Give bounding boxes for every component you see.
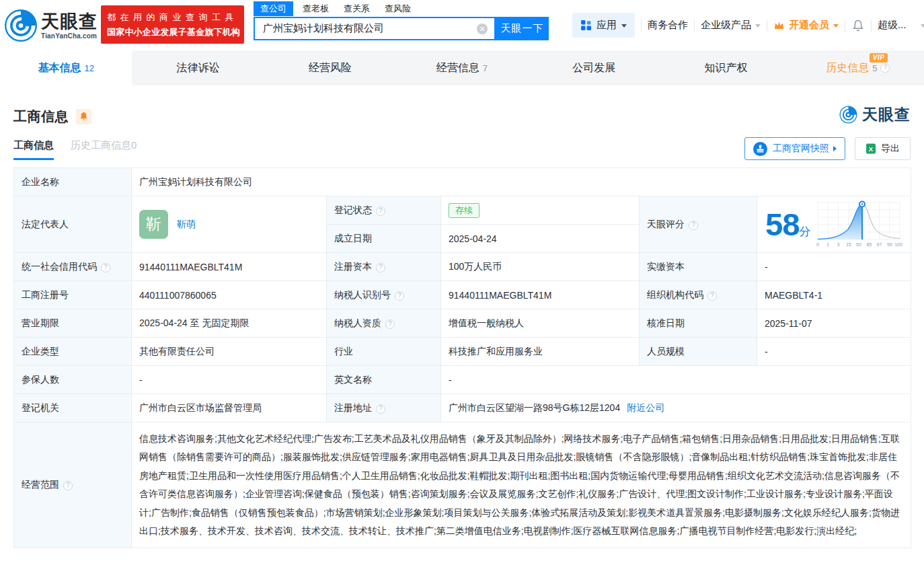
tab-development[interactable]: 公司发展 xyxy=(528,50,660,85)
help-icon[interactable] xyxy=(101,263,110,272)
taxpayer-id-value: 91440111MAEGBLT41M xyxy=(441,281,640,309)
reg-capital-value: 100万人民币 xyxy=(441,253,640,281)
help-icon[interactable] xyxy=(707,291,717,301)
slogan-badge: 都在用的商业查询工具 国家中小企业发展子基金旗下机构 xyxy=(101,5,244,44)
avatar[interactable]: 靳 xyxy=(139,210,168,239)
clear-search-icon[interactable]: ✕ xyxy=(477,24,488,34)
search-tab-risk[interactable]: 查风险 xyxy=(385,3,411,15)
svg-text:3: 3 xyxy=(837,242,840,247)
help-icon[interactable] xyxy=(63,481,73,490)
english-name-value: - xyxy=(441,366,911,394)
reg-status-value: 存续 xyxy=(441,196,640,225)
subscribe-bell[interactable] xyxy=(76,109,91,124)
table-row: 营业期限 2025-04-24 至 无固定期限 纳税人资质 增值税一般纳税人 核… xyxy=(14,309,911,338)
tab-operation[interactable]: 经营信息7 xyxy=(396,50,528,85)
subtab-history-business-info[interactable]: 历史工商信息0 xyxy=(71,139,137,160)
help-icon[interactable] xyxy=(395,291,404,301)
org-code-value: MAEGBLT4-1 xyxy=(757,281,911,309)
table-row: 参保人数 - 英文名称 - xyxy=(14,366,911,394)
svg-text:50: 50 xyxy=(856,242,861,247)
slogan-line1: 都在用的商业查询工具 xyxy=(107,10,238,25)
insured-count-label: 参保人数 xyxy=(14,366,132,394)
svg-text:0: 0 xyxy=(816,242,819,247)
chevron-down-icon xyxy=(833,24,839,28)
staff-size-value: - xyxy=(757,338,911,366)
status-badge: 存续 xyxy=(449,203,479,218)
apps-label: 应用 xyxy=(596,19,617,32)
company-type-value: 其他有限责任公司 xyxy=(132,338,327,366)
credit-code-label: 统一社会信用代码 xyxy=(14,253,132,281)
tab-ip[interactable]: 知识产权 xyxy=(660,50,792,85)
help-icon[interactable] xyxy=(376,404,385,414)
logo-subtitle: TianYanCha.com xyxy=(41,32,98,40)
term-value: 2025-04-24 至 无固定期限 xyxy=(132,309,327,338)
subtab-business-info[interactable]: 工商信息 xyxy=(13,139,54,160)
svg-text:100: 100 xyxy=(894,242,902,247)
tianyancha-logo[interactable]: 天眼查 TianYanCha.com xyxy=(4,9,98,42)
slogan-line2: 国家中小企业发展子基金旗下机构 xyxy=(107,25,238,40)
industry-label: 行业 xyxy=(327,338,441,366)
vip-badge: VIP xyxy=(870,53,888,63)
help-icon[interactable] xyxy=(689,221,698,230)
establish-date-value: 2025-04-24 xyxy=(441,225,640,253)
company-name-value: 广州宝妈计划科技有限公司 xyxy=(132,168,911,196)
svg-text:1: 1 xyxy=(827,242,830,247)
help-icon[interactable] xyxy=(376,207,385,216)
reg-no-value: 440111007860065 xyxy=(132,281,327,309)
orange-bell-icon xyxy=(79,112,88,121)
export-button[interactable]: X 导出 xyxy=(855,137,911,160)
search-input[interactable] xyxy=(255,18,463,39)
help-icon[interactable] xyxy=(880,63,890,73)
tab-risk[interactable]: 经营风险 xyxy=(264,50,396,85)
score-curve-chart: 0 1 3 15 50 85 97 99 100 xyxy=(815,200,902,248)
legal-rep-label: 法定代表人 xyxy=(14,196,132,253)
tab-basic-info[interactable]: 基本信息12 xyxy=(0,50,132,85)
official-snapshot-button[interactable]: 工商官网快照 xyxy=(744,137,845,160)
enterprise-menu[interactable]: 企业级产品 xyxy=(701,19,761,32)
establish-date-label: 成立日期 xyxy=(327,225,441,253)
tab-legal[interactable]: 法律诉讼 xyxy=(132,50,264,85)
authority-value: 广州市白云区市场监督管理局 xyxy=(132,394,327,422)
super-vip-menu[interactable]: 超级... xyxy=(878,19,907,32)
legal-rep-link[interactable]: 靳萌 xyxy=(177,219,196,231)
apps-grid-icon xyxy=(580,20,592,31)
svg-text:85: 85 xyxy=(867,242,872,247)
industry-value: 科技推广和应用服务业 xyxy=(441,338,640,366)
approval-date-label: 核准日期 xyxy=(640,309,757,338)
reg-no-label: 工商注册号 xyxy=(14,281,132,309)
address-value: 广州市白云区望湖一路98号G栋12层1204附近公司 xyxy=(441,394,911,422)
paid-capital-value: - xyxy=(757,253,911,281)
insured-count-value: - xyxy=(132,366,327,394)
chevron-down-icon[interactable] xyxy=(921,24,924,28)
search-button[interactable]: 天眼一下 xyxy=(496,17,549,40)
search-tab-relation[interactable]: 查关系 xyxy=(344,3,370,15)
crown-icon xyxy=(773,20,785,31)
chevron-down-icon xyxy=(755,24,761,28)
search-tab-boss[interactable]: 查老板 xyxy=(303,3,329,15)
tab-history[interactable]: 历史信息5 VIP xyxy=(792,50,924,85)
taxpayer-qual-value: 增值税一般纳税人 xyxy=(441,309,640,338)
table-row: 登记机关 广州市白云区市场监督管理局 注册地址 广州市白云区望湖一路98号G栋1… xyxy=(14,394,911,422)
bell-icon xyxy=(851,19,865,32)
table-row: 企业类型 其他有限责任公司 行业 科技推广和应用服务业 人员规模 - xyxy=(14,338,911,366)
tianyancha-logo-icon xyxy=(4,9,38,42)
svg-text:15: 15 xyxy=(846,242,851,247)
cooperation-menu[interactable]: 商务合作 xyxy=(648,19,688,32)
english-name-label: 英文名称 xyxy=(327,366,441,394)
help-icon[interactable] xyxy=(376,263,385,272)
vip-menu[interactable]: 开通会员 xyxy=(773,19,839,32)
chevron-down-icon xyxy=(621,24,627,28)
apps-menu[interactable]: 应用 xyxy=(572,13,635,38)
help-icon[interactable] xyxy=(385,320,395,329)
scope-value: 信息技术咨询服务;其他文化艺术经纪代理;广告发布;工艺美术品及礼仪用品销售（象牙… xyxy=(132,422,911,548)
taxpayer-qual-label: 纳税人资质 xyxy=(327,309,441,338)
company-name-label: 企业名称 xyxy=(14,168,132,196)
taxpayer-id-label: 纳税人识别号 xyxy=(327,281,441,309)
reg-status-label: 登记状态 xyxy=(327,196,441,225)
nearby-companies-link[interactable]: 附近公司 xyxy=(627,402,664,413)
notification-bell[interactable] xyxy=(851,19,865,32)
term-label: 营业期限 xyxy=(14,309,132,338)
search-tab-company[interactable]: 查公司 xyxy=(254,1,293,16)
svg-text:97: 97 xyxy=(877,242,882,247)
section-title: 工商信息 xyxy=(13,108,69,126)
